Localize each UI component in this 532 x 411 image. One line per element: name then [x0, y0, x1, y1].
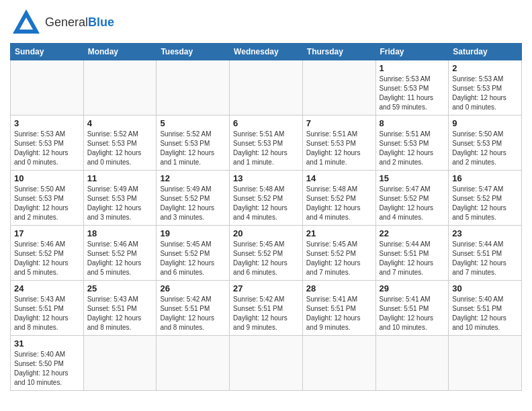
- calendar-cell: 19Sunrise: 5:45 AM Sunset: 5:52 PM Dayli…: [157, 226, 230, 281]
- header: GeneralBlue: [10, 7, 522, 39]
- calendar-cell: 23Sunrise: 5:44 AM Sunset: 5:51 PM Dayli…: [449, 226, 522, 281]
- day-info: Sunrise: 5:49 AM Sunset: 5:53 PM Dayligh…: [87, 185, 153, 222]
- day-number: 7: [306, 118, 372, 128]
- calendar-table: SundayMondayTuesdayWednesdayThursdayFrid…: [10, 43, 522, 391]
- calendar-cell: 3Sunrise: 5:53 AM Sunset: 5:53 PM Daylig…: [11, 116, 84, 171]
- day-number: 6: [233, 118, 299, 128]
- day-info: Sunrise: 5:51 AM Sunset: 5:53 PM Dayligh…: [306, 130, 372, 167]
- calendar-cell: 25Sunrise: 5:43 AM Sunset: 5:51 PM Dayli…: [83, 281, 157, 336]
- calendar-cell: [230, 336, 303, 391]
- day-number: 25: [87, 283, 153, 293]
- calendar-cell: 17Sunrise: 5:46 AM Sunset: 5:52 PM Dayli…: [11, 226, 84, 281]
- day-info: Sunrise: 5:41 AM Sunset: 5:51 PM Dayligh…: [306, 295, 372, 332]
- calendar-cell: [83, 336, 157, 391]
- day-number: 9: [452, 118, 518, 128]
- calendar-cell: 5Sunrise: 5:52 AM Sunset: 5:53 PM Daylig…: [157, 116, 230, 171]
- calendar-cell: 21Sunrise: 5:45 AM Sunset: 5:52 PM Dayli…: [302, 226, 375, 281]
- day-number: 28: [306, 283, 372, 293]
- day-number: 26: [160, 283, 226, 293]
- calendar-cell: 15Sunrise: 5:47 AM Sunset: 5:52 PM Dayli…: [375, 171, 449, 226]
- calendar-cell: 31Sunrise: 5:40 AM Sunset: 5:50 PM Dayli…: [11, 336, 84, 391]
- calendar-cell: 4Sunrise: 5:52 AM Sunset: 5:53 PM Daylig…: [83, 116, 157, 171]
- day-info: Sunrise: 5:47 AM Sunset: 5:52 PM Dayligh…: [380, 185, 445, 222]
- calendar-cell: 6Sunrise: 5:51 AM Sunset: 5:53 PM Daylig…: [230, 116, 303, 171]
- day-number: 29: [380, 283, 445, 293]
- logo-text: GeneralBlue: [45, 15, 114, 30]
- calendar-cell: [449, 336, 522, 391]
- day-info: Sunrise: 5:40 AM Sunset: 5:50 PM Dayligh…: [14, 350, 80, 387]
- day-number: 22: [380, 228, 445, 238]
- day-info: Sunrise: 5:51 AM Sunset: 5:53 PM Dayligh…: [380, 130, 445, 167]
- day-number: 23: [452, 228, 518, 238]
- calendar-cell: 13Sunrise: 5:48 AM Sunset: 5:52 PM Dayli…: [230, 171, 303, 226]
- day-info: Sunrise: 5:44 AM Sunset: 5:51 PM Dayligh…: [452, 240, 518, 277]
- calendar-week-1: 3Sunrise: 5:53 AM Sunset: 5:53 PM Daylig…: [11, 116, 522, 171]
- day-info: Sunrise: 5:50 AM Sunset: 5:53 PM Dayligh…: [14, 185, 80, 222]
- calendar-cell: 20Sunrise: 5:45 AM Sunset: 5:52 PM Dayli…: [230, 226, 303, 281]
- day-info: Sunrise: 5:43 AM Sunset: 5:51 PM Dayligh…: [14, 295, 80, 332]
- day-info: Sunrise: 5:42 AM Sunset: 5:51 PM Dayligh…: [233, 295, 299, 332]
- day-info: Sunrise: 5:44 AM Sunset: 5:51 PM Dayligh…: [380, 240, 445, 277]
- calendar-cell: 16Sunrise: 5:47 AM Sunset: 5:52 PM Dayli…: [449, 171, 522, 226]
- calendar-week-4: 24Sunrise: 5:43 AM Sunset: 5:51 PM Dayli…: [11, 281, 522, 336]
- day-number: 12: [160, 173, 226, 183]
- day-number: 8: [380, 118, 445, 128]
- calendar-cell: 30Sunrise: 5:40 AM Sunset: 5:51 PM Dayli…: [449, 281, 522, 336]
- calendar-header: SundayMondayTuesdayWednesdayThursdayFrid…: [11, 44, 522, 60]
- day-info: Sunrise: 5:50 AM Sunset: 5:53 PM Dayligh…: [452, 130, 518, 167]
- day-info: Sunrise: 5:51 AM Sunset: 5:53 PM Dayligh…: [233, 130, 299, 167]
- weekday-header-sunday: Sunday: [11, 44, 84, 60]
- day-info: Sunrise: 5:46 AM Sunset: 5:52 PM Dayligh…: [87, 240, 153, 277]
- day-number: 27: [233, 283, 299, 293]
- day-info: Sunrise: 5:52 AM Sunset: 5:53 PM Dayligh…: [87, 130, 153, 167]
- day-number: 13: [233, 173, 299, 183]
- day-number: 5: [160, 118, 226, 128]
- calendar-cell: 10Sunrise: 5:50 AM Sunset: 5:53 PM Dayli…: [11, 171, 84, 226]
- day-info: Sunrise: 5:41 AM Sunset: 5:51 PM Dayligh…: [380, 295, 445, 332]
- day-number: 16: [452, 173, 518, 183]
- logo-icon: [10, 7, 42, 39]
- day-info: Sunrise: 5:47 AM Sunset: 5:52 PM Dayligh…: [452, 185, 518, 222]
- day-number: 3: [14, 118, 80, 128]
- calendar-cell: 9Sunrise: 5:50 AM Sunset: 5:53 PM Daylig…: [449, 116, 522, 171]
- day-info: Sunrise: 5:53 AM Sunset: 5:53 PM Dayligh…: [452, 75, 518, 112]
- day-info: Sunrise: 5:49 AM Sunset: 5:52 PM Dayligh…: [160, 185, 226, 222]
- calendar-cell: 11Sunrise: 5:49 AM Sunset: 5:53 PM Dayli…: [83, 171, 157, 226]
- calendar-cell: 12Sunrise: 5:49 AM Sunset: 5:52 PM Dayli…: [157, 171, 230, 226]
- calendar-week-3: 17Sunrise: 5:46 AM Sunset: 5:52 PM Dayli…: [11, 226, 522, 281]
- day-number: 10: [14, 173, 80, 183]
- day-number: 1: [380, 63, 445, 73]
- calendar-cell: [11, 60, 84, 116]
- day-number: 14: [306, 173, 372, 183]
- day-number: 30: [452, 283, 518, 293]
- calendar-cell: 14Sunrise: 5:48 AM Sunset: 5:52 PM Dayli…: [302, 171, 375, 226]
- day-info: Sunrise: 5:46 AM Sunset: 5:52 PM Dayligh…: [14, 240, 80, 277]
- day-info: Sunrise: 5:53 AM Sunset: 5:53 PM Dayligh…: [14, 130, 80, 167]
- calendar-cell: 22Sunrise: 5:44 AM Sunset: 5:51 PM Dayli…: [375, 226, 449, 281]
- day-number: 17: [14, 228, 80, 238]
- day-number: 11: [87, 173, 153, 183]
- day-info: Sunrise: 5:45 AM Sunset: 5:52 PM Dayligh…: [306, 240, 372, 277]
- day-number: 24: [14, 283, 80, 293]
- calendar-cell: 18Sunrise: 5:46 AM Sunset: 5:52 PM Dayli…: [83, 226, 157, 281]
- day-info: Sunrise: 5:43 AM Sunset: 5:51 PM Dayligh…: [87, 295, 153, 332]
- calendar-week-0: 1Sunrise: 5:53 AM Sunset: 5:53 PM Daylig…: [11, 60, 522, 116]
- day-info: Sunrise: 5:45 AM Sunset: 5:52 PM Dayligh…: [233, 240, 299, 277]
- day-info: Sunrise: 5:53 AM Sunset: 5:53 PM Dayligh…: [380, 75, 445, 112]
- weekday-header-tuesday: Tuesday: [157, 44, 230, 60]
- calendar-cell: [83, 60, 157, 116]
- day-number: 4: [87, 118, 153, 128]
- calendar-week-5: 31Sunrise: 5:40 AM Sunset: 5:50 PM Dayli…: [11, 336, 522, 391]
- logo: GeneralBlue: [10, 7, 114, 39]
- day-number: 21: [306, 228, 372, 238]
- day-number: 31: [14, 338, 80, 349]
- calendar-week-2: 10Sunrise: 5:50 AM Sunset: 5:53 PM Dayli…: [11, 171, 522, 226]
- day-info: Sunrise: 5:48 AM Sunset: 5:52 PM Dayligh…: [306, 185, 372, 222]
- calendar-cell: [157, 336, 230, 391]
- day-number: 20: [233, 228, 299, 238]
- calendar-cell: 27Sunrise: 5:42 AM Sunset: 5:51 PM Dayli…: [230, 281, 303, 336]
- day-info: Sunrise: 5:45 AM Sunset: 5:52 PM Dayligh…: [160, 240, 226, 277]
- calendar-cell: 2Sunrise: 5:53 AM Sunset: 5:53 PM Daylig…: [449, 60, 522, 116]
- day-number: 19: [160, 228, 226, 238]
- calendar-body: 1Sunrise: 5:53 AM Sunset: 5:53 PM Daylig…: [11, 60, 522, 391]
